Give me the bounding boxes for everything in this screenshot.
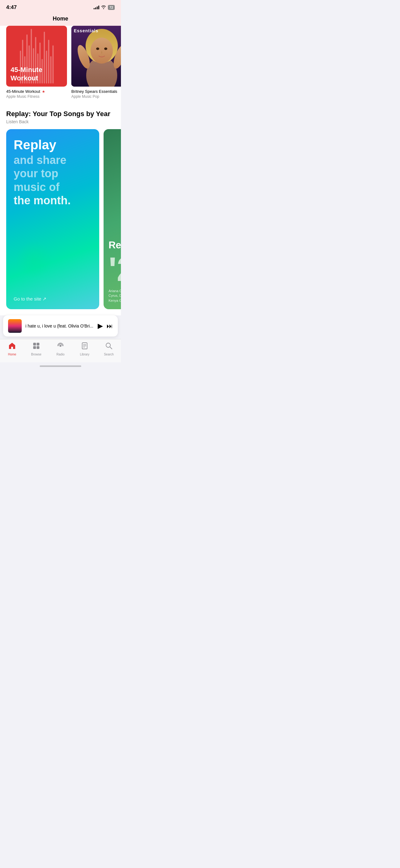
replay-second-title: Replay	[108, 239, 121, 251]
status-icons: 72	[94, 5, 115, 10]
tab-home-label: Home	[8, 353, 16, 356]
main-content: 45-MinuteWorkout 45-Minute Workout ★ App…	[0, 26, 121, 315]
workout-title-row: 45-Minute Workout ★	[6, 89, 67, 94]
replay-cards-row: Replay and share your top music of the m…	[0, 127, 121, 315]
now-playing-title: i hate u, i love u (feat. Olivia O'Bri..…	[26, 323, 94, 329]
britney-album-name: Britney Spears Essentials	[71, 89, 117, 94]
svg-rect-8	[33, 343, 36, 345]
home-indicator	[40, 365, 81, 367]
britney-album-art: Essentials	[71, 26, 121, 87]
replay-year: '2	[108, 252, 121, 286]
replay-main-card[interactable]: Replay and share your top music of the m…	[6, 129, 99, 309]
replay-text-line2: and share	[14, 154, 66, 166]
status-time: 4:47	[6, 4, 17, 10]
battery-level: 72	[109, 6, 113, 9]
go-to-site-button[interactable]: Go to the site ↗	[14, 296, 92, 302]
sunset-album-art	[8, 319, 22, 333]
library-icon	[80, 342, 89, 352]
search-icon	[105, 342, 113, 352]
replay-section-subtitle: Listen Back	[6, 119, 115, 124]
signal-bar-4	[98, 6, 99, 9]
workout-subtitle: Apple Music Fitness	[6, 94, 67, 99]
now-playing-bar[interactable]: i hate u, i love u (feat. Olivia O'Bri..…	[3, 315, 118, 337]
now-playing-artwork	[8, 319, 22, 333]
workout-label: 45-MinuteWorkout	[10, 66, 42, 82]
star-icon: ★	[42, 89, 45, 94]
workout-card[interactable]: 45-MinuteWorkout 45-Minute Workout ★ App…	[6, 26, 67, 99]
svg-line-18	[110, 347, 112, 349]
home-icon	[8, 342, 16, 352]
wifi-icon	[101, 5, 106, 10]
radio-icon	[57, 342, 65, 352]
britney-card[interactable]: Essentials	[71, 26, 121, 99]
replay-text-line4: music of	[14, 181, 60, 193]
browse-icon	[32, 342, 40, 352]
svg-point-17	[106, 343, 110, 347]
tab-search-label: Search	[104, 353, 114, 356]
page-wrapper: 4:47 72 Home	[0, 0, 121, 369]
status-bar: 4:47 72	[0, 0, 121, 13]
tab-browse-label: Browse	[31, 353, 41, 356]
britney-portrait-svg	[71, 26, 121, 87]
featured-cards-row: 45-MinuteWorkout 45-Minute Workout ★ App…	[0, 26, 121, 104]
battery-icon: 72	[108, 5, 115, 10]
replay-text-line5: the month.	[14, 194, 71, 207]
fast-forward-button[interactable]: ⏭	[107, 322, 113, 330]
britney-subtitle: Apple Music Pop	[71, 94, 121, 99]
tab-search[interactable]: Search	[100, 342, 118, 356]
replay-text-line3: your top	[14, 167, 58, 180]
tab-home[interactable]: Home	[3, 342, 22, 356]
tab-browse[interactable]: Browse	[27, 342, 45, 356]
svg-rect-10	[33, 346, 36, 349]
workout-album-art: 45-MinuteWorkout	[6, 26, 67, 87]
replay-main-text: Replay and share your top music of the m…	[14, 138, 92, 296]
svg-point-6	[96, 48, 99, 50]
replay-section-header: Replay: Your Top Songs by Year Listen Ba…	[0, 104, 121, 127]
tab-library[interactable]: Library	[75, 342, 94, 356]
nav-header: Home	[0, 13, 121, 26]
workout-album-name: 45-Minute Workout	[6, 89, 40, 94]
tab-radio-label: Radio	[57, 353, 65, 356]
essentials-label: Essentials	[74, 28, 98, 33]
svg-point-7	[104, 48, 107, 50]
signal-bar-2	[95, 7, 96, 9]
replay-subtitle-line2: and share your top music of the month.	[14, 153, 92, 207]
svg-point-12	[60, 345, 61, 347]
svg-rect-11	[37, 346, 39, 349]
signal-bar-1	[94, 8, 95, 9]
tab-radio[interactable]: Radio	[51, 342, 70, 356]
replay-title-line1: Replay	[14, 138, 92, 152]
britney-photo: Essentials	[71, 26, 121, 87]
britney-title-row: Britney Spears Essentials	[71, 89, 121, 94]
go-to-site-text: Go to the site ↗	[14, 296, 46, 302]
tab-bar: Home Browse Radio	[0, 339, 121, 362]
page-title: Home	[53, 16, 68, 22]
replay-artists: Ariana Gra... Cyrus, Dua Lip... Kenya Gr…	[108, 289, 121, 303]
tab-library-label: Library	[80, 353, 90, 356]
signal-bars-icon	[94, 6, 99, 9]
play-button[interactable]: ▶	[98, 322, 103, 330]
replay-second-card[interactable]: Replay '2 Ariana Gra... Cyrus, Dua Lip..…	[104, 129, 121, 309]
svg-rect-9	[37, 343, 39, 345]
replay-section-title: Replay: Your Top Songs by Year	[6, 110, 115, 118]
signal-bar-3	[97, 6, 98, 9]
